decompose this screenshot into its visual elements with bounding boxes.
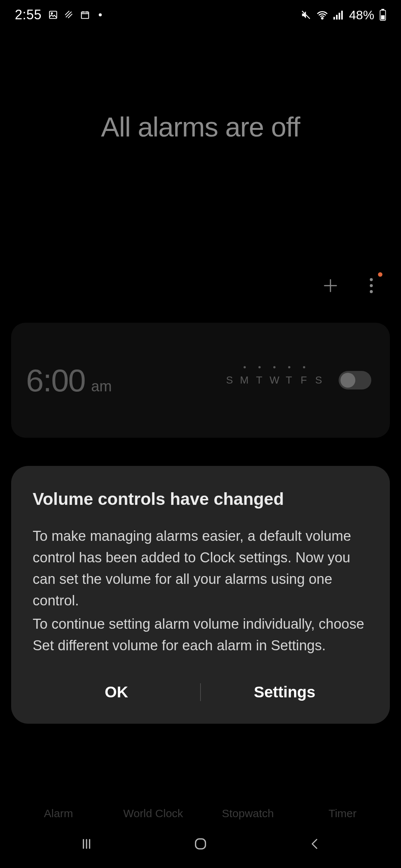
dialog-paragraph-2: To continue setting alarm volume individ… — [33, 613, 368, 656]
dialog-body: To make managing alarms easier, a defaul… — [33, 525, 368, 656]
volume-changed-dialog: Volume controls have changed To make man… — [11, 466, 390, 724]
home-button[interactable] — [178, 833, 223, 855]
back-button[interactable] — [292, 833, 337, 855]
android-navbar — [0, 820, 401, 868]
recents-button[interactable] — [64, 833, 109, 855]
dialog-actions: OK Settings — [33, 675, 368, 709]
ok-button[interactable]: OK — [33, 677, 200, 708]
dialog-overlay[interactable]: Volume controls have changed To make man… — [0, 0, 401, 868]
dialog-title: Volume controls have changed — [33, 489, 368, 509]
dialog-paragraph-1: To make managing alarms easier, a defaul… — [33, 525, 368, 612]
settings-button[interactable]: Settings — [201, 677, 368, 708]
svg-rect-16 — [196, 839, 206, 849]
